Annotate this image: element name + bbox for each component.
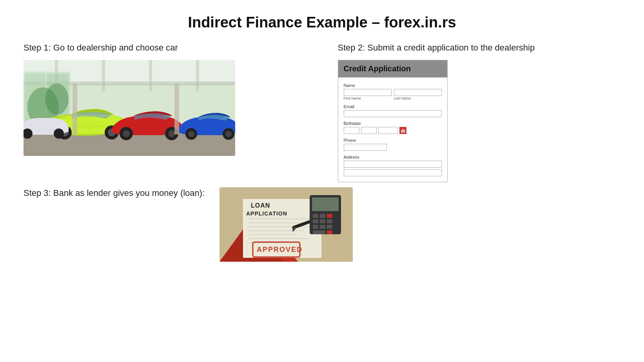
svg-text:APPLICATION: APPLICATION — [246, 210, 287, 217]
credit-application-form: Credit Application Name First Name Last … — [338, 60, 621, 182]
form-title: Credit Application — [338, 60, 447, 78]
svg-rect-60 — [313, 230, 325, 234]
last-name-label: Last Name — [394, 96, 442, 100]
step3-label: Step 3: Bank as lender gives you money (… — [24, 187, 212, 199]
svg-point-26 — [225, 131, 232, 137]
svg-rect-56 — [327, 219, 332, 223]
svg-rect-40 — [249, 234, 296, 235]
svg-text:APPROVED: APPROVED — [257, 246, 303, 253]
svg-rect-59 — [327, 225, 332, 229]
svg-text:LOAN: LOAN — [251, 202, 270, 209]
svg-rect-54 — [313, 219, 318, 223]
address-field-label: Address — [344, 155, 442, 159]
calendar-icon[interactable]: 📅 — [399, 127, 406, 134]
svg-point-22 — [168, 130, 175, 137]
svg-rect-36 — [249, 219, 312, 219]
svg-rect-53 — [327, 214, 332, 218]
svg-rect-52 — [320, 214, 325, 218]
email-input[interactable] — [344, 110, 442, 117]
svg-point-28 — [54, 129, 64, 139]
svg-rect-58 — [320, 225, 325, 229]
first-name-input[interactable] — [344, 89, 392, 96]
birthdate-field-label: Birthdate — [344, 121, 442, 126]
svg-rect-30 — [174, 83, 179, 134]
svg-point-20 — [123, 130, 130, 137]
svg-rect-39 — [249, 230, 304, 231]
svg-rect-41 — [249, 238, 308, 239]
svg-point-24 — [188, 131, 194, 137]
phone-field-label: Phone — [344, 138, 442, 143]
first-name-label: First Name — [344, 96, 392, 100]
step2-label: Step 2: Submit a credit application to t… — [338, 43, 621, 53]
svg-rect-51 — [313, 214, 318, 218]
car-dealership-image — [24, 60, 235, 156]
svg-rect-3 — [102, 60, 105, 91]
email-field-label: Email — [344, 104, 442, 109]
svg-rect-29 — [73, 83, 77, 134]
step1-label: Step 1: Go to dealership and choose car — [24, 43, 307, 53]
svg-rect-55 — [320, 219, 325, 223]
svg-rect-61 — [327, 230, 332, 234]
svg-rect-57 — [313, 225, 318, 229]
loan-application-image: LOAN APPLICATION APPROVED — [220, 187, 353, 262]
svg-point-13 — [45, 83, 69, 115]
birthdate-day-select[interactable] — [361, 127, 377, 134]
address-input-line2[interactable] — [344, 169, 442, 176]
page-title: Indirect Finance Example – forex.in.rs — [0, 0, 644, 43]
svg-rect-50 — [312, 197, 339, 211]
address-input-line1[interactable] — [344, 161, 442, 168]
birthdate-year-select[interactable] — [378, 127, 398, 134]
svg-rect-38 — [249, 226, 312, 227]
svg-rect-4 — [149, 60, 152, 91]
birthdate-month-select[interactable] — [344, 127, 359, 134]
last-name-input[interactable] — [394, 89, 442, 96]
phone-input[interactable] — [344, 144, 387, 151]
name-field-label: Name — [344, 83, 442, 88]
svg-rect-5 — [196, 60, 199, 91]
